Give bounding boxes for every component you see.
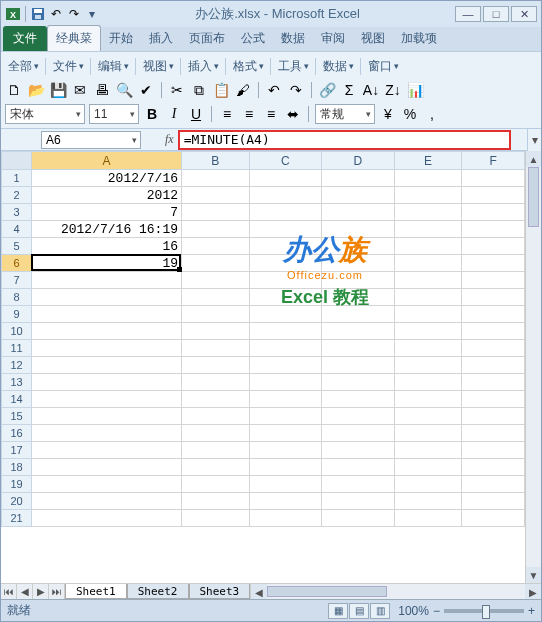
cell-F18[interactable]: [462, 459, 525, 476]
cell-F11[interactable]: [462, 340, 525, 357]
font-select[interactable]: 宋体: [5, 104, 85, 124]
cell-D19[interactable]: [322, 476, 395, 493]
cell-E8[interactable]: [394, 289, 462, 306]
cell-C19[interactable]: [249, 476, 322, 493]
cell-D6[interactable]: [322, 255, 395, 272]
cell-D1[interactable]: [322, 170, 395, 187]
cell-A8[interactable]: [32, 289, 182, 306]
cell-A1[interactable]: 2012/7/16: [32, 170, 182, 187]
cell-F2[interactable]: [462, 187, 525, 204]
cell-E16[interactable]: [394, 425, 462, 442]
undo-icon[interactable]: ↶: [48, 6, 64, 22]
cell-A10[interactable]: [32, 323, 182, 340]
horizontal-scrollbar[interactable]: ◀ ▶: [250, 584, 541, 599]
tab-addin[interactable]: 加载项: [393, 26, 445, 51]
cell-B10[interactable]: [182, 323, 250, 340]
sort-desc-icon[interactable]: Z↓: [384, 81, 402, 99]
cell-D21[interactable]: [322, 510, 395, 527]
tab-first-icon[interactable]: ⏮: [1, 584, 17, 599]
cell-C14[interactable]: [249, 391, 322, 408]
row-header-1[interactable]: 1: [2, 170, 32, 187]
cut-icon[interactable]: ✂: [168, 81, 186, 99]
hscroll-thumb[interactable]: [267, 586, 387, 597]
menu-view[interactable]: 视图: [143, 58, 167, 75]
cell-E10[interactable]: [394, 323, 462, 340]
cell-E3[interactable]: [394, 204, 462, 221]
menu-file[interactable]: 文件: [53, 58, 77, 75]
cell-B5[interactable]: [182, 238, 250, 255]
formula-input[interactable]: =MINUTE(A4): [178, 130, 511, 150]
cell-D2[interactable]: [322, 187, 395, 204]
cell-A16[interactable]: [32, 425, 182, 442]
mail-icon[interactable]: ✉: [71, 81, 89, 99]
spell-icon[interactable]: ✔: [137, 81, 155, 99]
cell-E1[interactable]: [394, 170, 462, 187]
tab-insert[interactable]: 插入: [141, 26, 181, 51]
vscroll-thumb[interactable]: [528, 167, 539, 227]
cell-E5[interactable]: [394, 238, 462, 255]
align-center-icon[interactable]: ≡: [240, 105, 258, 123]
sheet-tab-Sheet2[interactable]: Sheet2: [127, 584, 189, 599]
bold-button[interactable]: B: [143, 105, 161, 123]
cell-F3[interactable]: [462, 204, 525, 221]
row-header-17[interactable]: 17: [2, 442, 32, 459]
cell-F10[interactable]: [462, 323, 525, 340]
cell-A9[interactable]: [32, 306, 182, 323]
scroll-down-icon[interactable]: ▼: [526, 567, 541, 583]
percent-icon[interactable]: %: [401, 105, 419, 123]
cell-D9[interactable]: [322, 306, 395, 323]
cell-C2[interactable]: [249, 187, 322, 204]
col-header-D[interactable]: D: [322, 152, 395, 170]
cell-B1[interactable]: [182, 170, 250, 187]
cell-E6[interactable]: [394, 255, 462, 272]
cell-C12[interactable]: [249, 357, 322, 374]
cell-E7[interactable]: [394, 272, 462, 289]
cell-A15[interactable]: [32, 408, 182, 425]
row-header-5[interactable]: 5: [2, 238, 32, 255]
cell-B17[interactable]: [182, 442, 250, 459]
cell-C3[interactable]: [249, 204, 322, 221]
cell-A3[interactable]: 7: [32, 204, 182, 221]
row-header-10[interactable]: 10: [2, 323, 32, 340]
tab-home[interactable]: 开始: [101, 26, 141, 51]
cell-B15[interactable]: [182, 408, 250, 425]
row-header-14[interactable]: 14: [2, 391, 32, 408]
number-format-select[interactable]: 常规: [315, 104, 375, 124]
cell-C8[interactable]: [249, 289, 322, 306]
cell-C15[interactable]: [249, 408, 322, 425]
cell-C17[interactable]: [249, 442, 322, 459]
row-header-7[interactable]: 7: [2, 272, 32, 289]
italic-button[interactable]: I: [165, 105, 183, 123]
cell-B4[interactable]: [182, 221, 250, 238]
cell-C13[interactable]: [249, 374, 322, 391]
cell-F7[interactable]: [462, 272, 525, 289]
cell-D10[interactable]: [322, 323, 395, 340]
cell-E14[interactable]: [394, 391, 462, 408]
cell-B6[interactable]: [182, 255, 250, 272]
row-header-9[interactable]: 9: [2, 306, 32, 323]
maximize-button[interactable]: □: [483, 6, 509, 22]
tab-next-icon[interactable]: ▶: [33, 584, 49, 599]
cell-C5[interactable]: [249, 238, 322, 255]
cell-A12[interactable]: [32, 357, 182, 374]
cell-E11[interactable]: [394, 340, 462, 357]
scroll-right-icon[interactable]: ▶: [525, 584, 541, 599]
cell-B8[interactable]: [182, 289, 250, 306]
cell-A21[interactable]: [32, 510, 182, 527]
cell-D4[interactable]: [322, 221, 395, 238]
tab-last-icon[interactable]: ⏭: [49, 584, 65, 599]
redo-icon[interactable]: ↷: [66, 6, 82, 22]
sum-icon[interactable]: Σ: [340, 81, 358, 99]
cell-D3[interactable]: [322, 204, 395, 221]
cell-D8[interactable]: [322, 289, 395, 306]
row-header-21[interactable]: 21: [2, 510, 32, 527]
cell-F6[interactable]: [462, 255, 525, 272]
print-icon[interactable]: 🖶: [93, 81, 111, 99]
menu-format[interactable]: 格式: [233, 58, 257, 75]
zoom-out-icon[interactable]: −: [433, 604, 440, 618]
merge-icon[interactable]: ⬌: [284, 105, 302, 123]
scroll-left-icon[interactable]: ◀: [251, 584, 267, 599]
cell-A19[interactable]: [32, 476, 182, 493]
cell-D11[interactable]: [322, 340, 395, 357]
close-button[interactable]: ✕: [511, 6, 537, 22]
